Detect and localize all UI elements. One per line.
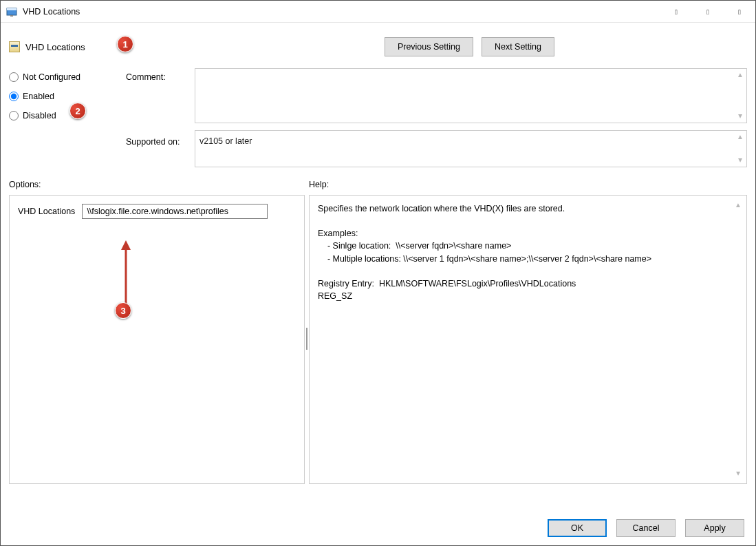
annotation-arrow bbox=[119, 240, 133, 306]
svg-marker-4 bbox=[121, 240, 131, 250]
comment-label: Comment: bbox=[126, 72, 195, 133]
nav-buttons: Previous Setting Next Setting bbox=[385, 37, 554, 56]
svg-rect-1 bbox=[7, 8, 17, 10]
options-box: VHD Locations bbox=[9, 195, 305, 484]
radio-disabled-input[interactable] bbox=[9, 111, 19, 120]
maximize-button[interactable]:  bbox=[692, 1, 724, 23]
radio-not-configured[interactable]: Not Configured bbox=[9, 72, 126, 82]
radio-enabled[interactable]: Enabled bbox=[9, 92, 126, 101]
radio-enabled-label: Enabled bbox=[23, 92, 54, 101]
policy-icon bbox=[9, 41, 20, 52]
radio-disabled[interactable]: Disabled bbox=[9, 111, 126, 120]
titlebar: VHD Locations    bbox=[1, 1, 755, 23]
state-radio-group: Not Configured Enabled Disabled bbox=[9, 68, 126, 167]
window-title: VHD Locations bbox=[23, 7, 660, 17]
dialog-footer: OK Cancel Apply bbox=[1, 519, 755, 537]
vhd-locations-input[interactable] bbox=[82, 204, 268, 219]
window-controls:    bbox=[660, 1, 755, 22]
cancel-button[interactable]: Cancel bbox=[616, 519, 676, 537]
comment-field[interactable] bbox=[195, 68, 747, 123]
help-box: Specifies the network location where the… bbox=[309, 195, 747, 484]
vhd-locations-option-label: VHD Locations bbox=[18, 207, 75, 216]
radio-not-configured-input[interactable] bbox=[9, 72, 19, 82]
help-label: Help: bbox=[309, 177, 747, 195]
previous-setting-button[interactable]: Previous Setting bbox=[385, 37, 473, 56]
app-icon bbox=[6, 6, 17, 17]
policy-title-text: VHD Locations bbox=[25, 42, 85, 52]
annotation-callout-1: 1 bbox=[117, 36, 133, 52]
radio-not-configured-label: Not Configured bbox=[23, 72, 80, 82]
apply-button[interactable]: Apply bbox=[685, 519, 744, 537]
radio-enabled-input[interactable] bbox=[9, 92, 19, 101]
next-setting-button[interactable]: Next Setting bbox=[482, 37, 554, 56]
options-pane: Options: VHD Locations bbox=[9, 177, 305, 484]
splitter-handle-icon bbox=[305, 328, 308, 350]
annotation-callout-2: 2 bbox=[69, 103, 86, 119]
close-button[interactable]:  bbox=[724, 1, 755, 23]
supported-on-field: v2105 or later bbox=[195, 130, 747, 167]
svg-rect-2 bbox=[10, 15, 13, 17]
policy-title: VHD Locations bbox=[9, 41, 85, 52]
help-pane: Help: Specifies the network location whe… bbox=[309, 177, 747, 484]
annotation-callout-3: 3 bbox=[115, 302, 131, 319]
supported-on-label: Supported on: bbox=[126, 133, 195, 147]
ok-button[interactable]: OK bbox=[548, 519, 607, 537]
radio-disabled-label: Disabled bbox=[23, 111, 56, 120]
options-label: Options: bbox=[9, 177, 305, 195]
minimize-button[interactable]:  bbox=[660, 1, 692, 23]
help-text: Specifies the network location where the… bbox=[318, 202, 738, 302]
